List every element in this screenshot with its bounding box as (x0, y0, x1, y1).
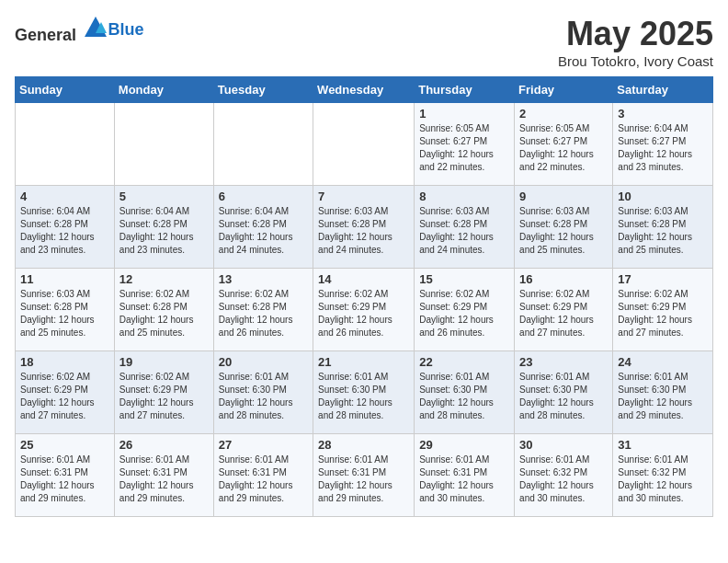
calendar-cell: 13Sunrise: 6:02 AM Sunset: 6:28 PM Dayli… (213, 269, 313, 351)
day-number: 5 (119, 190, 209, 203)
day-number: 18 (20, 355, 109, 369)
day-info: Sunrise: 6:02 AM Sunset: 6:28 PM Dayligh… (119, 288, 209, 339)
day-info: Sunrise: 6:04 AM Sunset: 6:28 PM Dayligh… (119, 205, 209, 257)
day-number: 14 (318, 272, 409, 286)
calendar-cell (114, 103, 213, 186)
header: General Blue May 2025 Brou Totokro, Ivor… (15, 15, 713, 69)
day-number: 30 (519, 438, 608, 452)
calendar-cell: 31Sunrise: 6:01 AM Sunset: 6:32 PM Dayli… (613, 434, 713, 517)
day-info: Sunrise: 6:02 AM Sunset: 6:29 PM Dayligh… (20, 371, 109, 422)
calendar-cell: 3Sunrise: 6:04 AM Sunset: 6:27 PM Daylig… (613, 103, 713, 186)
day-number: 17 (618, 272, 708, 286)
calendar-week-3: 18Sunrise: 6:02 AM Sunset: 6:29 PM Dayli… (16, 351, 713, 434)
day-info: Sunrise: 6:01 AM Sunset: 6:30 PM Dayligh… (419, 371, 509, 422)
day-info: Sunrise: 6:03 AM Sunset: 6:28 PM Dayligh… (419, 205, 509, 257)
day-number: 29 (419, 438, 509, 452)
col-monday: Monday (114, 77, 213, 103)
day-number: 24 (618, 355, 708, 369)
day-number: 2 (519, 107, 608, 121)
calendar-cell: 30Sunrise: 6:01 AM Sunset: 6:32 PM Dayli… (515, 434, 613, 517)
day-info: Sunrise: 6:01 AM Sunset: 6:30 PM Dayligh… (618, 371, 708, 422)
main-title: May 2025 (558, 15, 713, 53)
day-info: Sunrise: 6:04 AM Sunset: 6:28 PM Dayligh… (219, 205, 308, 257)
calendar-table: Sunday Monday Tuesday Wednesday Thursday… (15, 76, 713, 517)
calendar-cell: 14Sunrise: 6:02 AM Sunset: 6:29 PM Dayli… (313, 269, 415, 351)
calendar-cell (213, 103, 313, 186)
day-info: Sunrise: 6:02 AM Sunset: 6:29 PM Dayligh… (618, 288, 708, 339)
day-number: 13 (219, 272, 308, 286)
day-number: 15 (419, 272, 509, 286)
calendar-cell: 6Sunrise: 6:04 AM Sunset: 6:28 PM Daylig… (213, 186, 313, 269)
day-number: 12 (119, 272, 209, 286)
calendar-cell: 8Sunrise: 6:03 AM Sunset: 6:28 PM Daylig… (415, 186, 515, 269)
day-number: 27 (219, 438, 308, 452)
calendar-cell (16, 103, 115, 186)
calendar-cell: 29Sunrise: 6:01 AM Sunset: 6:31 PM Dayli… (415, 434, 515, 517)
day-info: Sunrise: 6:01 AM Sunset: 6:30 PM Dayligh… (519, 371, 608, 422)
day-info: Sunrise: 6:02 AM Sunset: 6:29 PM Dayligh… (119, 371, 209, 422)
day-number: 3 (618, 107, 708, 121)
logo: General Blue (15, 15, 144, 45)
calendar-cell: 16Sunrise: 6:02 AM Sunset: 6:29 PM Dayli… (515, 269, 613, 351)
day-number: 7 (318, 190, 409, 203)
calendar-cell: 18Sunrise: 6:02 AM Sunset: 6:29 PM Dayli… (16, 351, 115, 434)
day-info: Sunrise: 6:04 AM Sunset: 6:28 PM Dayligh… (20, 205, 109, 257)
day-info: Sunrise: 6:01 AM Sunset: 6:32 PM Dayligh… (519, 454, 608, 505)
day-number: 20 (219, 355, 308, 369)
day-number: 25 (20, 438, 109, 452)
day-info: Sunrise: 6:01 AM Sunset: 6:31 PM Dayligh… (219, 454, 308, 505)
day-info: Sunrise: 6:03 AM Sunset: 6:28 PM Dayligh… (20, 288, 109, 339)
day-info: Sunrise: 6:01 AM Sunset: 6:31 PM Dayligh… (318, 454, 409, 505)
day-info: Sunrise: 6:03 AM Sunset: 6:28 PM Dayligh… (318, 205, 409, 257)
calendar-cell: 2Sunrise: 6:05 AM Sunset: 6:27 PM Daylig… (515, 103, 613, 186)
day-number: 21 (318, 355, 409, 369)
day-info: Sunrise: 6:01 AM Sunset: 6:32 PM Dayligh… (618, 454, 708, 505)
day-number: 23 (519, 355, 608, 369)
day-info: Sunrise: 6:01 AM Sunset: 6:30 PM Dayligh… (219, 371, 308, 422)
calendar-cell: 21Sunrise: 6:01 AM Sunset: 6:30 PM Dayli… (313, 351, 415, 434)
calendar-cell: 25Sunrise: 6:01 AM Sunset: 6:31 PM Dayli… (16, 434, 115, 517)
day-number: 9 (519, 190, 608, 203)
calendar-cell: 26Sunrise: 6:01 AM Sunset: 6:31 PM Dayli… (114, 434, 213, 517)
calendar-cell: 10Sunrise: 6:03 AM Sunset: 6:28 PM Dayli… (613, 186, 713, 269)
day-info: Sunrise: 6:02 AM Sunset: 6:29 PM Dayligh… (419, 288, 509, 339)
day-info: Sunrise: 6:01 AM Sunset: 6:31 PM Dayligh… (419, 454, 509, 505)
col-friday: Friday (515, 77, 613, 103)
calendar-cell: 22Sunrise: 6:01 AM Sunset: 6:30 PM Dayli… (415, 351, 515, 434)
calendar-cell: 19Sunrise: 6:02 AM Sunset: 6:29 PM Dayli… (114, 351, 213, 434)
day-number: 31 (618, 438, 708, 452)
day-number: 28 (318, 438, 409, 452)
day-number: 16 (519, 272, 608, 286)
calendar-cell: 5Sunrise: 6:04 AM Sunset: 6:28 PM Daylig… (114, 186, 213, 269)
col-wednesday: Wednesday (313, 77, 415, 103)
col-saturday: Saturday (613, 77, 713, 103)
day-info: Sunrise: 6:01 AM Sunset: 6:31 PM Dayligh… (119, 454, 209, 505)
day-number: 26 (119, 438, 209, 452)
day-info: Sunrise: 6:05 AM Sunset: 6:27 PM Dayligh… (519, 122, 608, 174)
calendar-cell: 1Sunrise: 6:05 AM Sunset: 6:27 PM Daylig… (415, 103, 515, 186)
day-number: 10 (618, 190, 708, 203)
day-number: 6 (219, 190, 308, 203)
calendar-cell: 7Sunrise: 6:03 AM Sunset: 6:28 PM Daylig… (313, 186, 415, 269)
day-number: 11 (20, 272, 109, 286)
day-info: Sunrise: 6:01 AM Sunset: 6:30 PM Dayligh… (318, 371, 409, 422)
calendar-cell: 20Sunrise: 6:01 AM Sunset: 6:30 PM Dayli… (213, 351, 313, 434)
col-tuesday: Tuesday (213, 77, 313, 103)
day-number: 1 (419, 107, 509, 121)
col-sunday: Sunday (16, 77, 115, 103)
calendar-cell: 15Sunrise: 6:02 AM Sunset: 6:29 PM Dayli… (415, 269, 515, 351)
day-info: Sunrise: 6:04 AM Sunset: 6:27 PM Dayligh… (618, 122, 708, 174)
logo-general: General (15, 26, 76, 44)
calendar-cell (313, 103, 415, 186)
calendar-cell: 28Sunrise: 6:01 AM Sunset: 6:31 PM Dayli… (313, 434, 415, 517)
day-info: Sunrise: 6:01 AM Sunset: 6:31 PM Dayligh… (20, 454, 109, 505)
calendar-cell: 11Sunrise: 6:03 AM Sunset: 6:28 PM Dayli… (16, 269, 115, 351)
day-number: 22 (419, 355, 509, 369)
calendar-cell: 17Sunrise: 6:02 AM Sunset: 6:29 PM Dayli… (613, 269, 713, 351)
logo-blue: Blue (108, 20, 144, 39)
calendar-cell: 4Sunrise: 6:04 AM Sunset: 6:28 PM Daylig… (16, 186, 115, 269)
calendar-cell: 27Sunrise: 6:01 AM Sunset: 6:31 PM Dayli… (213, 434, 313, 517)
calendar-week-0: 1Sunrise: 6:05 AM Sunset: 6:27 PM Daylig… (16, 103, 713, 186)
calendar-cell: 12Sunrise: 6:02 AM Sunset: 6:28 PM Dayli… (114, 269, 213, 351)
logo-icon (83, 15, 108, 40)
